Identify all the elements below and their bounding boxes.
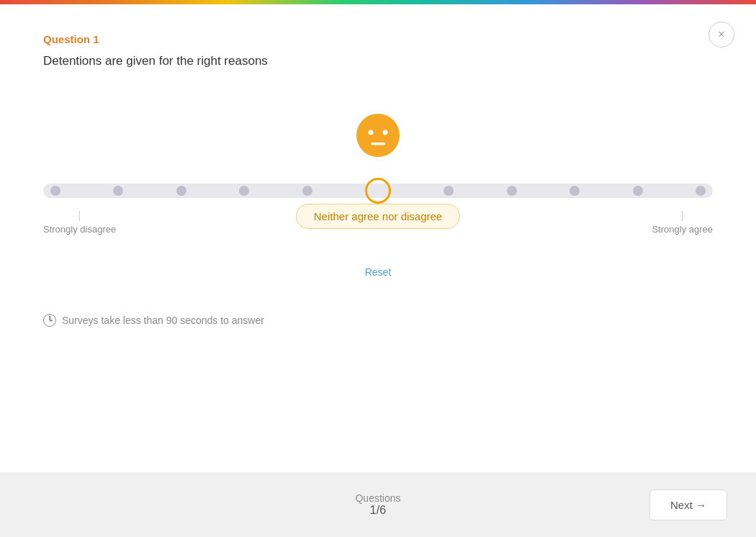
svg-point-2 bbox=[382, 130, 387, 135]
slider-dot-4[interactable] bbox=[302, 186, 312, 196]
label-strongly-disagree: Strongly disagree bbox=[43, 211, 116, 235]
footer-questions-label: Questions bbox=[355, 492, 400, 504]
emoji-neutral bbox=[355, 112, 401, 158]
slider-dot-2[interactable] bbox=[176, 186, 186, 196]
survey-note: Surveys take less than 90 seconds to ans… bbox=[43, 314, 713, 327]
main-content: Question 1 Detentions are given for the … bbox=[0, 4, 756, 356]
question-text: Detentions are given for the right reaso… bbox=[43, 54, 713, 68]
slider-dot-8[interactable] bbox=[570, 186, 580, 196]
reset-link[interactable]: Reset bbox=[43, 266, 713, 278]
svg-point-1 bbox=[368, 130, 373, 135]
close-button[interactable]: × bbox=[708, 22, 734, 48]
slider-track[interactable] bbox=[43, 184, 713, 198]
slider-container: Strongly disagree Neither agree nor disa… bbox=[43, 112, 713, 278]
footer-questions: Questions 1/6 bbox=[355, 492, 400, 517]
slider-dot-6[interactable] bbox=[444, 186, 454, 196]
slider-dot-5[interactable] bbox=[365, 178, 391, 204]
slider-dot-0[interactable] bbox=[50, 186, 60, 196]
slider-dot-1[interactable] bbox=[113, 186, 123, 196]
slider-dot-3[interactable] bbox=[239, 186, 249, 196]
question-label: Question 1 bbox=[43, 33, 713, 45]
labels-row: Strongly disagree Neither agree nor disa… bbox=[43, 211, 713, 235]
footer-questions-count: 1/6 bbox=[355, 504, 400, 517]
footer: Questions 1/6 Next → bbox=[0, 472, 756, 537]
svg-rect-3 bbox=[371, 143, 385, 145]
survey-note-text: Surveys take less than 90 seconds to ans… bbox=[62, 315, 264, 326]
slider-dot-9[interactable] bbox=[633, 186, 643, 196]
slider-dot-7[interactable] bbox=[507, 186, 517, 196]
label-strongly-agree: Strongly agree bbox=[652, 211, 713, 235]
close-icon: × bbox=[718, 28, 724, 41]
next-button[interactable]: Next → bbox=[649, 489, 727, 520]
center-label: Neither agree nor disagree bbox=[296, 204, 460, 229]
slider-dot-10[interactable] bbox=[696, 186, 706, 196]
clock-icon bbox=[43, 314, 56, 327]
svg-point-0 bbox=[356, 114, 400, 157]
